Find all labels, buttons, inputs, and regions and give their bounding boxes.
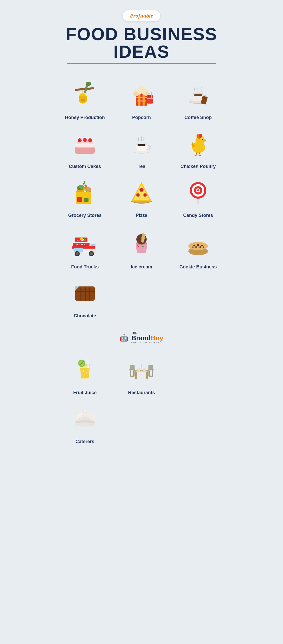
svg-rect-134 xyxy=(148,376,153,377)
honey-production-item: Honey Production xyxy=(57,77,113,125)
logo-brand-name: BrandBoy xyxy=(131,334,163,342)
svg-line-51 xyxy=(199,155,200,156)
restaurants-icon xyxy=(127,357,156,386)
honey-production-icon xyxy=(72,82,98,111)
svg-point-82 xyxy=(76,252,79,255)
fruit-juice-label: Fruit Juice xyxy=(73,390,96,395)
pizza-label: Pizza xyxy=(136,213,147,218)
svg-text:HOT DOG: HOT DOG xyxy=(76,243,86,246)
svg-point-99 xyxy=(193,245,195,247)
candy-stores-label: Candy Stores xyxy=(183,213,213,218)
svg-rect-125 xyxy=(146,371,148,379)
svg-rect-20 xyxy=(147,98,153,99)
caterers-item: Caterers xyxy=(57,401,113,450)
svg-point-64 xyxy=(137,194,139,196)
svg-point-34 xyxy=(79,140,80,141)
svg-rect-127 xyxy=(130,370,131,376)
cookie-business-item: Cookie Business xyxy=(170,226,226,275)
popcorn-icon xyxy=(129,79,154,111)
svg-point-103 xyxy=(199,246,201,248)
svg-point-87 xyxy=(84,238,86,240)
svg-point-122 xyxy=(86,372,87,373)
svg-rect-133 xyxy=(152,370,153,376)
pizza-item: Pizza xyxy=(113,174,170,223)
svg-point-7 xyxy=(81,99,85,101)
coffee-shop-item: Coffee Shop xyxy=(170,77,226,125)
food-trucks-item: HOT DOG HOT DOG Food Truc xyxy=(57,228,113,275)
ice-cream-item: Ice cream xyxy=(113,223,170,275)
svg-rect-11 xyxy=(138,93,140,106)
svg-point-98 xyxy=(188,242,208,250)
svg-line-49 xyxy=(194,155,196,156)
logo-subtitle: SMALL BUSINESS BLOG xyxy=(131,342,163,344)
svg-point-36 xyxy=(90,140,91,141)
candy-stores-item: Candy Stores xyxy=(170,174,226,223)
svg-point-71 xyxy=(197,189,199,191)
chicken-poultry-label: Chicken Poultry xyxy=(180,164,216,169)
items-grid: Honey Production xyxy=(57,74,226,450)
svg-point-56 xyxy=(79,185,84,189)
brandbboy-logo: 🤖 the BrandBoy SMALL BUSINESS BLOG xyxy=(120,332,163,344)
caterers-icon xyxy=(72,406,98,435)
tea-item: Tea xyxy=(113,125,170,174)
svg-point-101 xyxy=(201,245,203,247)
title-underline xyxy=(67,63,216,64)
svg-point-25 xyxy=(194,94,202,96)
grocery-stores-icon xyxy=(72,180,98,209)
svg-line-52 xyxy=(200,155,201,156)
svg-point-144 xyxy=(84,410,86,413)
svg-rect-12 xyxy=(143,93,145,106)
main-title: FOOD BUSINESS IDEAS xyxy=(57,25,226,60)
svg-point-65 xyxy=(144,194,146,196)
pizza-icon xyxy=(129,180,154,209)
svg-point-142 xyxy=(75,422,95,427)
svg-rect-124 xyxy=(135,371,137,379)
svg-line-48 xyxy=(199,152,200,155)
svg-point-102 xyxy=(195,246,197,248)
svg-line-50 xyxy=(196,155,197,156)
food-trucks-label: Food Trucks xyxy=(71,264,99,270)
svg-rect-0 xyxy=(75,87,94,91)
tea-label: Tea xyxy=(138,164,145,169)
svg-line-47 xyxy=(196,152,197,155)
fruit-juice-item: Fruit Juice xyxy=(57,349,113,401)
custom-cakes-item: Custom Cakes xyxy=(57,125,113,174)
logo-brand-word: Brand xyxy=(131,334,151,342)
tea-icon xyxy=(129,131,154,160)
brandbboy-icon: 🤖 xyxy=(120,334,129,342)
svg-point-136 xyxy=(137,368,140,371)
coffee-shop-label: Coffee Shop xyxy=(184,115,212,120)
cookie-business-icon xyxy=(185,231,211,260)
svg-rect-129 xyxy=(130,376,135,377)
fruit-juice-icon xyxy=(72,354,98,386)
svg-rect-21 xyxy=(151,92,152,98)
svg-point-86 xyxy=(80,238,83,240)
ice-cream-label: Ice cream xyxy=(131,264,152,270)
svg-point-40 xyxy=(137,144,146,146)
chocolate-icon xyxy=(72,280,98,309)
svg-point-84 xyxy=(90,252,93,255)
svg-point-137 xyxy=(143,368,146,371)
svg-point-85 xyxy=(77,238,80,241)
restaurants-item: Restaurants xyxy=(113,352,170,401)
badge-text: Profitable xyxy=(123,10,160,21)
svg-rect-130 xyxy=(130,365,135,370)
chicken-poultry-item: Chicken Poultry xyxy=(170,125,226,174)
svg-point-57 xyxy=(85,187,91,192)
page-wrapper: Profitable FOOD BUSINESS IDEAS xyxy=(51,0,232,465)
restaurants-label: Restaurants xyxy=(128,390,155,395)
svg-rect-59 xyxy=(84,198,89,202)
svg-point-44 xyxy=(202,139,203,140)
ice-cream-icon xyxy=(129,228,154,260)
logo-text-group: the BrandBoy SMALL BUSINESS BLOG xyxy=(131,332,163,344)
svg-point-100 xyxy=(197,244,199,246)
svg-point-35 xyxy=(85,140,85,140)
svg-point-121 xyxy=(83,370,84,372)
honey-production-label: Honey Production xyxy=(65,115,105,120)
svg-rect-106 xyxy=(75,286,95,301)
svg-rect-128 xyxy=(133,370,135,376)
chocolate-item: Chocolate xyxy=(57,275,113,324)
profitable-badge: Profitable xyxy=(57,10,226,21)
title-line1: FOOD BUSINESS xyxy=(66,24,217,44)
svg-point-105 xyxy=(203,247,204,248)
